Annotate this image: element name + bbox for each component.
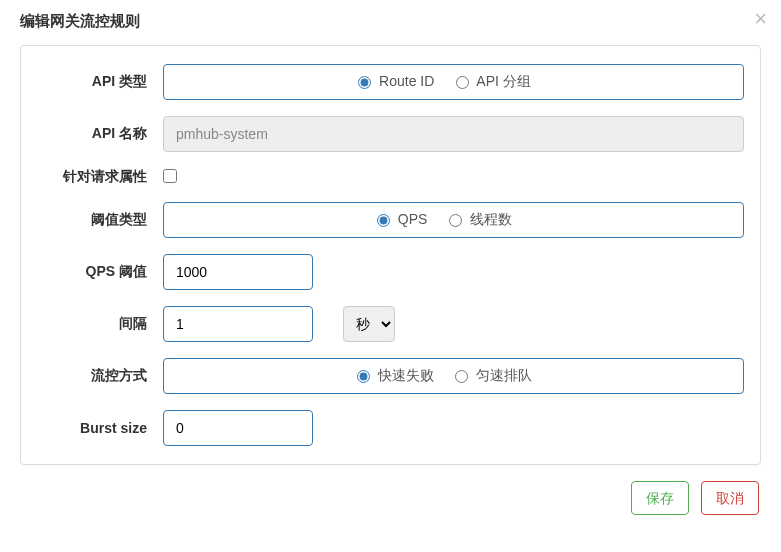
radio-api-group-input[interactable] bbox=[456, 76, 469, 89]
row-match-attr: 针对请求属性 bbox=[37, 168, 744, 186]
api-type-radio-group: Route ID API 分组 bbox=[163, 64, 744, 100]
close-icon[interactable]: × bbox=[754, 6, 767, 32]
row-api-name: API 名称 bbox=[37, 116, 744, 152]
label-api-type: API 类型 bbox=[37, 73, 147, 91]
radio-route-id-input[interactable] bbox=[358, 76, 371, 89]
label-control-mode: 流控方式 bbox=[37, 367, 147, 385]
burst-size-input[interactable] bbox=[163, 410, 313, 446]
row-threshold-type: 阈值类型 QPS 线程数 bbox=[37, 202, 744, 238]
label-burst-size: Burst size bbox=[37, 420, 147, 436]
button-row: 保存 取消 bbox=[0, 481, 781, 531]
radio-route-id[interactable]: Route ID bbox=[358, 73, 438, 89]
radio-fast-fail[interactable]: 快速失败 bbox=[357, 367, 438, 383]
radio-threads-label: 线程数 bbox=[470, 211, 512, 227]
label-api-name: API 名称 bbox=[37, 125, 147, 143]
row-control-mode: 流控方式 快速失败 匀速排队 bbox=[37, 358, 744, 394]
radio-qps[interactable]: QPS bbox=[377, 211, 431, 227]
qps-threshold-input[interactable] bbox=[163, 254, 313, 290]
radio-threads[interactable]: 线程数 bbox=[449, 211, 512, 227]
edit-flow-rule-modal: 编辑网关流控规则 × API 类型 Route ID API 分组 bbox=[0, 0, 781, 552]
match-attr-checkbox[interactable] bbox=[163, 169, 177, 183]
label-qps-threshold: QPS 阈值 bbox=[37, 263, 147, 281]
control-mode-radio-group: 快速失败 匀速排队 bbox=[163, 358, 744, 394]
radio-api-group-label: API 分组 bbox=[476, 73, 530, 89]
form-panel: API 类型 Route ID API 分组 API 名称 bbox=[20, 45, 761, 465]
radio-fast-fail-input[interactable] bbox=[357, 370, 370, 383]
radio-api-group[interactable]: API 分组 bbox=[456, 73, 531, 89]
cancel-button[interactable]: 取消 bbox=[701, 481, 759, 515]
radio-queue-label: 匀速排队 bbox=[476, 367, 532, 383]
row-api-type: API 类型 Route ID API 分组 bbox=[37, 64, 744, 100]
radio-queue[interactable]: 匀速排队 bbox=[455, 367, 532, 383]
row-qps-threshold: QPS 阈值 bbox=[37, 254, 744, 290]
label-threshold-type: 阈值类型 bbox=[37, 211, 147, 229]
interval-input[interactable] bbox=[163, 306, 313, 342]
label-match-attr: 针对请求属性 bbox=[37, 168, 147, 186]
radio-queue-input[interactable] bbox=[455, 370, 468, 383]
radio-qps-label: QPS bbox=[398, 211, 428, 227]
modal-title: 编辑网关流控规则 bbox=[0, 0, 781, 37]
radio-fast-fail-label: 快速失败 bbox=[378, 367, 434, 383]
radio-threads-input[interactable] bbox=[449, 214, 462, 227]
threshold-type-radio-group: QPS 线程数 bbox=[163, 202, 744, 238]
save-button[interactable]: 保存 bbox=[631, 481, 689, 515]
api-name-input bbox=[163, 116, 744, 152]
row-interval: 间隔 秒 bbox=[37, 306, 744, 342]
radio-qps-input[interactable] bbox=[377, 214, 390, 227]
interval-unit-select[interactable]: 秒 bbox=[343, 306, 395, 342]
label-interval: 间隔 bbox=[37, 315, 147, 333]
radio-route-id-label: Route ID bbox=[379, 73, 434, 89]
row-burst-size: Burst size bbox=[37, 410, 744, 446]
